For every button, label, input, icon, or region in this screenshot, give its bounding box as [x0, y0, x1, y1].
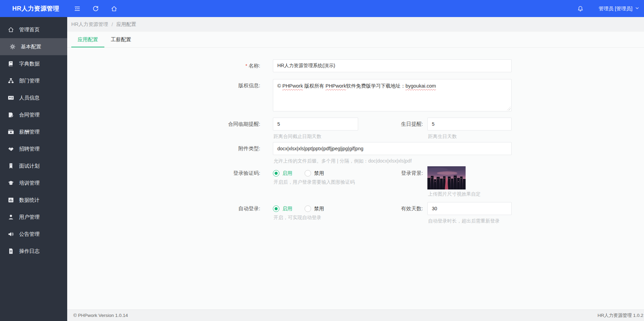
book-icon	[8, 61, 14, 67]
header-toolbar	[68, 0, 123, 17]
tab-bar: 应用配置 工薪配置	[67, 32, 644, 48]
interview-tag-icon: ?	[8, 163, 14, 169]
breadcrumb: HR人力资源管理 / 应用配置	[67, 17, 644, 32]
sidebar-item-operation-logs[interactable]: 操作日志	[0, 243, 67, 260]
graduation-cap-icon	[8, 180, 14, 186]
sidebar-item-personnel-info[interactable]: 人员信息	[0, 89, 67, 106]
login-background-hint: 上传图片尺寸视效果自定	[428, 191, 481, 197]
handshake-icon	[8, 146, 14, 152]
top-header: HR人力资源管理	[0, 0, 644, 17]
sidebar-item-salary[interactable]: 薪酬管理	[0, 123, 67, 140]
textarea-resize-handle[interactable]	[507, 107, 511, 110]
chevron-down-icon	[635, 6, 639, 11]
name-input[interactable]	[273, 59, 512, 72]
footer-copyright: © PHPwork Version 1.0.14	[67, 313, 128, 318]
auto-login-label: 自动登录:	[67, 202, 260, 215]
footer: © PHPwork Version 1.0.14 HR人力资源管理 1.0.2	[67, 309, 644, 321]
valid-days-input[interactable]	[427, 202, 512, 215]
sidebar: 管理首页 基本配置 字典数据	[0, 17, 67, 321]
tab-salary-config[interactable]: 工薪配置	[104, 32, 137, 47]
auto-login-hint: 开启，可实现自动登录	[274, 215, 321, 221]
footer-version: HR人力资源管理 1.0.2	[598, 312, 644, 319]
login-background-image[interactable]	[427, 166, 466, 189]
notification-bell-icon[interactable]	[571, 0, 590, 17]
login-captcha-enable-radio[interactable]: 启用	[273, 170, 292, 177]
menu-collapse-icon[interactable]	[68, 0, 86, 17]
user-icon	[8, 214, 14, 220]
breadcrumb-current: 应用配置	[116, 21, 136, 28]
sidebar-item-users[interactable]: 用户管理	[0, 209, 67, 226]
home-icon	[8, 27, 14, 33]
log-file-icon	[8, 248, 14, 255]
user-menu[interactable]: 管理员 [管理员]	[599, 5, 639, 12]
copyright-label: 版权信息:	[67, 79, 260, 92]
salary-money-icon	[8, 129, 14, 135]
tab-app-config[interactable]: 应用配置	[71, 32, 104, 47]
sidebar-item-dictionary-data[interactable]: 字典数据	[0, 55, 67, 72]
auto-login-enable-radio[interactable]: 启用	[273, 205, 292, 212]
radio-unchecked-icon	[305, 205, 311, 212]
home-icon[interactable]	[105, 0, 123, 17]
id-card-icon	[8, 95, 14, 101]
sidebar-item-interview-plan[interactable]: ? 面试计划	[0, 157, 67, 174]
copyright-textarea[interactable]: © PHPwork 版权所有 PHPwork软件免费版学习下载地址：bygouk…	[273, 79, 512, 111]
contract-reminder-label: 合同临期提醒:	[67, 118, 260, 131]
attachment-types-label: 附件类型:	[67, 142, 260, 155]
config-panel: 应用配置 工薪配置 *名称: 版权信息: © PHPwork 版权所有 PHPw…	[67, 32, 644, 309]
sidebar-item-statistics[interactable]: 数据统计	[0, 192, 67, 209]
login-captcha-hint: 开启后，用户登录需要输入图形验证码	[274, 179, 355, 185]
sidebar-item-announcements[interactable]: 公告管理	[0, 226, 67, 243]
sidebar-item-basic-config[interactable]: 基本配置	[0, 38, 67, 55]
sidebar-item-dashboard[interactable]: 管理首页	[0, 21, 67, 38]
contract-pen-icon	[8, 112, 14, 118]
breadcrumb-root[interactable]: HR人力资源管理	[71, 21, 108, 28]
sidebar-item-recruitment[interactable]: 招聘管理	[0, 140, 67, 157]
birthday-reminder-input[interactable]	[427, 118, 512, 131]
radio-checked-icon	[273, 170, 279, 177]
birthday-reminder-label: 生日提醒:	[321, 118, 423, 131]
refresh-icon[interactable]	[86, 0, 105, 17]
contract-reminder-hint: 距离合同截止日期天数	[274, 134, 321, 140]
radio-unchecked-icon	[305, 170, 311, 177]
app-config-form: *名称: 版权信息: © PHPwork 版权所有 PHPwork软件免费版学习…	[67, 48, 644, 309]
attachment-types-input[interactable]	[273, 142, 512, 155]
attachment-types-hint: 允许上传的文件后缀。多个用 | 分隔，例如：doc|docx|xlsx|xls|…	[274, 158, 412, 164]
required-asterisk: *	[245, 63, 247, 68]
birthday-reminder-hint: 距离生日天数	[428, 134, 457, 140]
copyright-text: © PHPwork 版权所有 PHPwork软件免费版学习下载地址：bygouk…	[277, 83, 436, 89]
app-window: HR人力资源管理	[0, 0, 644, 321]
header-right: 管理员 [管理员]	[571, 0, 644, 17]
app-logo[interactable]: HR人力资源管理	[0, 4, 67, 13]
sitemap-icon	[8, 78, 14, 84]
valid-days-label: 有效天数:	[321, 202, 423, 215]
speaker-icon	[8, 231, 14, 238]
login-captcha-label: 登录验证码:	[67, 167, 260, 180]
main-content: HR人力资源管理 / 应用配置 应用配置 工薪配置 *名称: 版权信息: © P…	[67, 17, 644, 321]
sidebar-item-department[interactable]: 部门管理	[0, 72, 67, 89]
gear-icon	[9, 44, 16, 50]
sidebar-item-contract[interactable]: 合同管理	[0, 106, 67, 123]
valid-days-hint: 自动登录时长，超出后需重新登录	[428, 218, 500, 224]
radio-checked-icon	[273, 205, 279, 212]
svg-text:?: ?	[10, 164, 12, 167]
bar-chart-icon	[8, 197, 14, 203]
sidebar-item-training[interactable]: 培训管理	[0, 174, 67, 192]
breadcrumb-separator: /	[112, 22, 113, 27]
name-label: *名称:	[67, 59, 260, 72]
user-name: 管理员 [管理员]	[599, 5, 632, 12]
login-background-label: 登录背景:	[321, 167, 423, 180]
